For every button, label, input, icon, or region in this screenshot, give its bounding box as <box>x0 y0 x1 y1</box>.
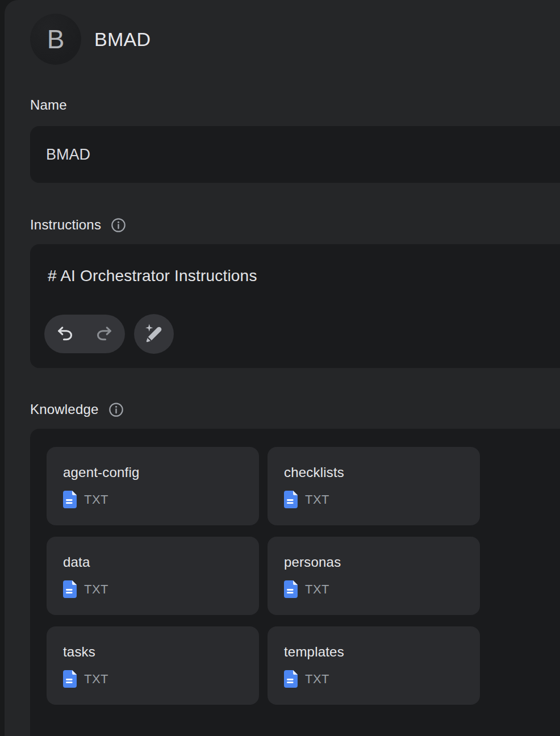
blue-document-icon <box>63 670 77 688</box>
undo-icon <box>56 324 75 345</box>
info-icon[interactable] <box>111 218 126 233</box>
page-background: B BMAD Name Instructions # AI Orchestrat… <box>0 0 560 736</box>
knowledge-label-row: Knowledge <box>30 402 560 417</box>
knowledge-grid: agent-config TXT checklists <box>47 447 560 705</box>
file-type: TXT <box>305 672 329 687</box>
avatar-letter: B <box>47 26 65 52</box>
file-name: agent-config <box>63 464 259 481</box>
file-type: TXT <box>305 582 329 597</box>
file-name: data <box>63 554 259 571</box>
undo-button[interactable] <box>48 315 82 353</box>
knowledge-file-card[interactable]: agent-config TXT <box>47 447 259 525</box>
blue-document-icon <box>284 580 298 598</box>
file-meta: TXT <box>284 670 480 688</box>
undo-redo-group <box>44 315 125 353</box>
instructions-label-row: Instructions <box>30 217 560 233</box>
gem-title: BMAD <box>94 28 151 51</box>
knowledge-label: Knowledge <box>30 402 99 417</box>
info-icon[interactable] <box>108 402 124 417</box>
file-name: templates <box>284 643 480 660</box>
editor-toolbar <box>44 314 174 354</box>
gem-editor-panel: B BMAD Name Instructions # AI Orchestrat… <box>5 0 560 736</box>
file-meta: TXT <box>63 580 259 598</box>
knowledge-container: agent-config TXT checklists <box>30 429 560 736</box>
file-type: TXT <box>305 492 329 507</box>
knowledge-file-card[interactable]: personas TXT <box>268 537 480 615</box>
knowledge-file-card[interactable]: checklists TXT <box>268 447 480 525</box>
blue-document-icon <box>284 670 298 688</box>
blue-document-icon <box>63 491 77 508</box>
name-label: Name <box>30 97 560 113</box>
file-meta: TXT <box>63 491 259 508</box>
gem-avatar: B <box>30 14 81 65</box>
knowledge-file-card[interactable]: templates TXT <box>268 626 480 705</box>
redo-icon <box>94 324 114 345</box>
file-name: tasks <box>63 643 259 660</box>
knowledge-file-card[interactable]: data TXT <box>47 537 259 615</box>
magic-rewrite-pencil-icon <box>143 323 165 346</box>
file-meta: TXT <box>284 491 480 508</box>
file-type: TXT <box>84 492 108 507</box>
gem-header: B BMAD <box>30 0 560 65</box>
knowledge-file-card[interactable]: tasks TXT <box>47 626 259 705</box>
file-name: personas <box>284 554 480 571</box>
blue-document-icon <box>284 491 298 508</box>
instructions-label: Instructions <box>30 217 101 233</box>
magic-rewrite-button[interactable] <box>134 314 174 354</box>
redo-button[interactable] <box>87 315 121 353</box>
file-meta: TXT <box>284 580 480 598</box>
instructions-text[interactable]: # AI Orchestrator Instructions <box>48 267 560 285</box>
instructions-editor[interactable]: # AI Orchestrator Instructions <box>30 244 560 368</box>
file-type: TXT <box>84 582 108 597</box>
file-name: checklists <box>284 464 480 481</box>
blue-document-icon <box>63 580 77 598</box>
name-input[interactable] <box>30 126 560 183</box>
file-type: TXT <box>84 672 108 687</box>
file-meta: TXT <box>63 670 259 688</box>
